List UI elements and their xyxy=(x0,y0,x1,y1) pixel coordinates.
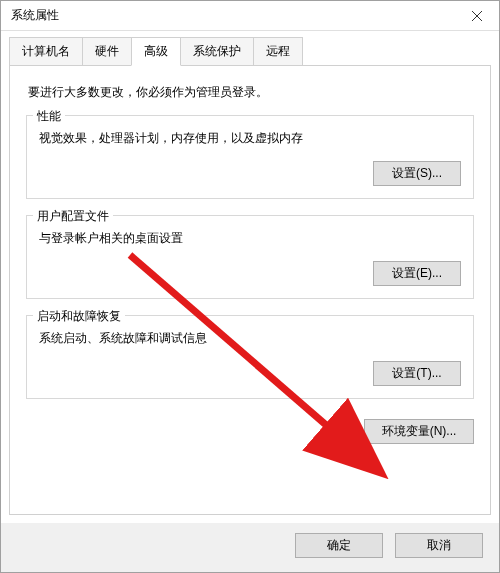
group-performance-title: 性能 xyxy=(33,108,65,125)
close-button[interactable] xyxy=(454,1,499,31)
tab-panel-advanced: 要进行大多数更改，你必须作为管理员登录。 性能 视觉效果，处理器计划，内存使用，… xyxy=(9,65,491,515)
startup-recovery-settings-button[interactable]: 设置(T)... xyxy=(373,361,461,386)
group-startup-recovery-desc: 系统启动、系统故障和调试信息 xyxy=(39,330,461,347)
user-profiles-settings-button[interactable]: 设置(E)... xyxy=(373,261,461,286)
tab-remote[interactable]: 远程 xyxy=(253,37,303,66)
tab-strip: 计算机名 硬件 高级 系统保护 远程 xyxy=(1,31,499,66)
group-performance-desc: 视觉效果，处理器计划，内存使用，以及虚拟内存 xyxy=(39,130,461,147)
group-user-profiles-desc: 与登录帐户相关的桌面设置 xyxy=(39,230,461,247)
window-title: 系统属性 xyxy=(11,7,454,24)
group-performance: 性能 视觉效果，处理器计划，内存使用，以及虚拟内存 设置(S)... xyxy=(26,115,474,199)
group-user-profiles: 用户配置文件 与登录帐户相关的桌面设置 设置(E)... xyxy=(26,215,474,299)
ok-button[interactable]: 确定 xyxy=(295,533,383,558)
tab-advanced[interactable]: 高级 xyxy=(131,37,181,66)
group-startup-recovery: 启动和故障恢复 系统启动、系统故障和调试信息 设置(T)... xyxy=(26,315,474,399)
tab-system-protection[interactable]: 系统保护 xyxy=(180,37,254,66)
performance-settings-button[interactable]: 设置(S)... xyxy=(373,161,461,186)
group-startup-recovery-title: 启动和故障恢复 xyxy=(33,308,125,325)
dialog-footer: 确定 取消 xyxy=(1,523,499,572)
admin-notice: 要进行大多数更改，你必须作为管理员登录。 xyxy=(28,84,472,101)
cancel-button[interactable]: 取消 xyxy=(395,533,483,558)
system-properties-window: 系统属性 计算机名 硬件 高级 系统保护 远程 要进行大多数更改，你必须作为管理… xyxy=(0,0,500,573)
environment-variables-button[interactable]: 环境变量(N)... xyxy=(364,419,474,444)
close-icon xyxy=(472,11,482,21)
group-user-profiles-title: 用户配置文件 xyxy=(33,208,113,225)
titlebar: 系统属性 xyxy=(1,1,499,31)
tab-computer-name[interactable]: 计算机名 xyxy=(9,37,83,66)
tab-hardware[interactable]: 硬件 xyxy=(82,37,132,66)
